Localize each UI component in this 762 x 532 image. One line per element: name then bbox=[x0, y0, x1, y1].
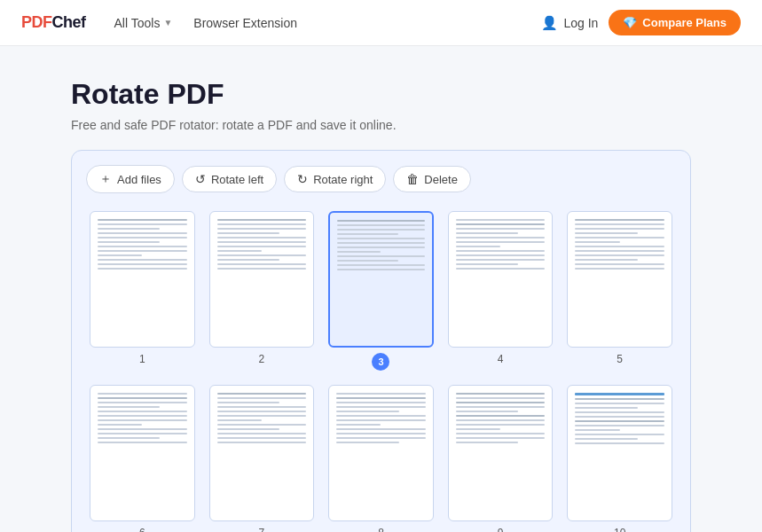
page-line bbox=[217, 246, 307, 247]
logo[interactable]: PDFChef bbox=[21, 13, 86, 32]
page-thumbnail[interactable] bbox=[567, 385, 672, 521]
delete-button[interactable]: 🗑 Delete bbox=[393, 166, 471, 192]
page-line bbox=[337, 260, 398, 262]
rotate-left-icon: ↺ bbox=[195, 172, 206, 186]
page-number: 2 bbox=[259, 353, 265, 365]
rotate-left-button[interactable]: ↺ Rotate left bbox=[182, 166, 277, 192]
chevron-down-icon: ▼ bbox=[163, 18, 172, 27]
page-line bbox=[575, 420, 664, 422]
rotate-right-button[interactable]: ↻ Rotate right bbox=[284, 166, 386, 192]
page-line bbox=[98, 428, 187, 430]
compare-plans-button[interactable]: 💎 Compare Plans bbox=[609, 10, 741, 35]
page-line bbox=[456, 402, 546, 403]
page-line bbox=[217, 433, 307, 434]
page-line bbox=[336, 402, 426, 403]
logo-text: PDFChef bbox=[21, 13, 86, 32]
page-number: 10 bbox=[614, 527, 625, 532]
page-line bbox=[98, 393, 187, 395]
selected-page-badge: 3 bbox=[372, 353, 389, 371]
list-item[interactable]: 1 bbox=[90, 211, 195, 371]
page-line bbox=[575, 416, 664, 418]
user-icon: 👤 bbox=[541, 15, 558, 31]
page-line bbox=[575, 398, 664, 400]
hero-section: Rotate PDF Free and safe PDF rotator: ro… bbox=[0, 46, 762, 150]
page-thumbnail[interactable] bbox=[209, 211, 315, 348]
page-line bbox=[98, 406, 160, 408]
list-item[interactable]: 6 bbox=[90, 385, 195, 532]
page-line bbox=[217, 241, 307, 243]
page-line bbox=[575, 442, 664, 444]
header-right: 👤 Log In 💎 Compare Plans bbox=[541, 10, 741, 35]
page-line bbox=[456, 411, 518, 412]
page-line bbox=[98, 263, 187, 265]
list-item[interactable]: 7 bbox=[209, 385, 315, 532]
page-line bbox=[98, 437, 160, 439]
page-thumbnail[interactable] bbox=[328, 211, 434, 348]
page-line bbox=[456, 219, 546, 221]
login-button[interactable]: 👤 Log In bbox=[541, 15, 598, 31]
page-line bbox=[98, 250, 187, 252]
page-line bbox=[575, 250, 664, 252]
page-line bbox=[575, 407, 637, 409]
list-item[interactable]: 3 bbox=[328, 211, 434, 371]
page-number: 1 bbox=[139, 353, 145, 365]
page-line bbox=[217, 406, 307, 408]
page-line bbox=[456, 237, 546, 239]
page-thumbnail[interactable] bbox=[567, 211, 672, 348]
page-line bbox=[337, 220, 425, 222]
list-item[interactable]: 4 bbox=[448, 211, 554, 371]
page-line bbox=[575, 268, 664, 270]
all-tools-menu[interactable]: All Tools ▼ bbox=[114, 16, 173, 30]
list-item[interactable]: 5 bbox=[567, 211, 672, 371]
add-files-button[interactable]: ＋ Add files bbox=[86, 165, 175, 193]
list-item[interactable]: 8 bbox=[328, 385, 434, 532]
list-item[interactable]: 2 bbox=[209, 211, 315, 371]
pages-grid: 1 2 bbox=[86, 207, 676, 532]
page-line bbox=[217, 442, 307, 443]
page-line bbox=[98, 424, 142, 426]
page-line bbox=[217, 223, 307, 225]
page-line bbox=[456, 442, 518, 443]
page-line bbox=[98, 268, 187, 270]
page-line bbox=[217, 428, 279, 430]
page-thumbnail[interactable] bbox=[209, 385, 315, 521]
trash-icon: 🗑 bbox=[406, 172, 419, 186]
page-line bbox=[217, 268, 307, 270]
page-line bbox=[337, 238, 425, 239]
page-line bbox=[575, 425, 664, 426]
page-line bbox=[337, 224, 425, 226]
page-thumbnail[interactable] bbox=[90, 211, 195, 348]
page-line bbox=[217, 232, 279, 234]
page-line bbox=[575, 263, 664, 265]
page-subtitle: Free and safe PDF rotator: rotate a PDF … bbox=[71, 118, 691, 132]
login-label: Log In bbox=[563, 16, 598, 30]
page-line bbox=[336, 415, 426, 417]
page-thumbnail[interactable] bbox=[448, 385, 554, 521]
list-item[interactable]: 10 bbox=[567, 385, 672, 532]
page-thumbnail[interactable] bbox=[328, 385, 434, 521]
page-title: Rotate PDF bbox=[71, 78, 691, 111]
page-line bbox=[456, 228, 546, 230]
compare-plans-label: Compare Plans bbox=[642, 16, 727, 29]
all-tools-label: All Tools bbox=[114, 16, 161, 30]
page-line bbox=[217, 411, 307, 412]
page-line bbox=[575, 438, 637, 440]
page-line bbox=[456, 393, 546, 395]
page-line bbox=[575, 223, 664, 225]
page-line bbox=[337, 233, 398, 235]
page-line bbox=[217, 397, 307, 399]
page-line bbox=[98, 397, 187, 399]
page-number: 6 bbox=[139, 527, 145, 532]
page-line bbox=[456, 419, 546, 421]
page-line bbox=[336, 437, 426, 439]
delete-label: Delete bbox=[424, 173, 458, 186]
page-line bbox=[336, 424, 381, 426]
page-line bbox=[336, 397, 426, 399]
list-item[interactable]: 9 bbox=[448, 385, 554, 532]
browser-extension-link[interactable]: Browser Extension bbox=[193, 16, 297, 30]
page-line bbox=[456, 433, 546, 434]
page-thumbnail[interactable] bbox=[90, 385, 195, 521]
page-thumbnail[interactable] bbox=[448, 211, 554, 348]
page-line bbox=[337, 229, 425, 231]
main-nav: All Tools ▼ Browser Extension bbox=[114, 16, 514, 30]
